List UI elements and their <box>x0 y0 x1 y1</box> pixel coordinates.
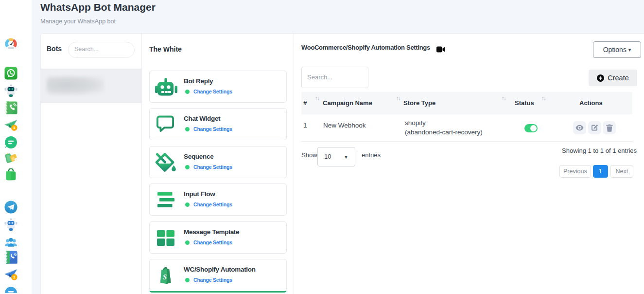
svg-text:S: S <box>163 273 167 281</box>
svg-text:1: 1 <box>13 126 16 130</box>
svg-text:1: 1 <box>13 276 16 280</box>
